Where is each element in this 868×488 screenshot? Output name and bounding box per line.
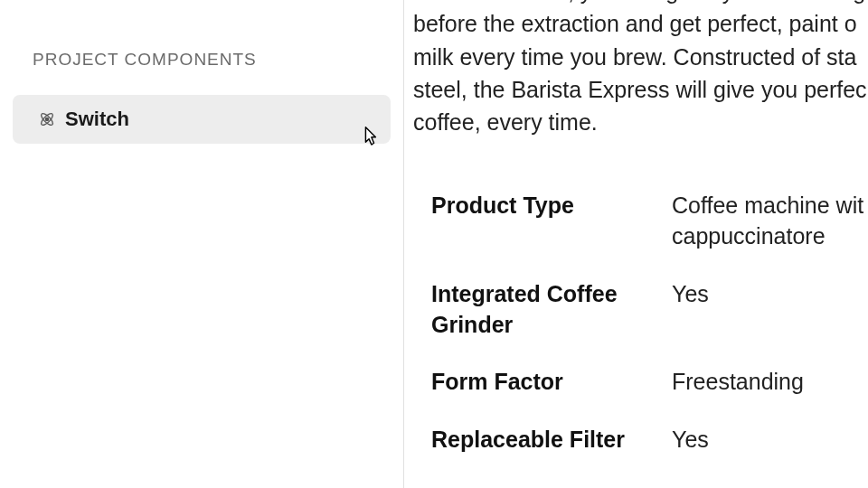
- spec-label: Product Type: [431, 191, 672, 221]
- description-line: steel, the Barista Express will give you…: [413, 73, 868, 106]
- sidebar: PROJECT COMPONENTS Switch: [0, 0, 404, 488]
- product-description: and milk frother, you can grind your bea…: [413, 0, 868, 138]
- description-line: coffee, every time.: [413, 106, 868, 138]
- sidebar-header: PROJECT COMPONENTS: [0, 50, 403, 70]
- atom-icon: [38, 110, 56, 128]
- spec-value: Coffee machine wit cappuccinatore: [672, 191, 868, 252]
- sidebar-item-switch[interactable]: Switch: [13, 95, 391, 144]
- spec-row: Integrated Coffee Grinder Yes: [431, 279, 868, 341]
- spec-value: Yes: [672, 279, 709, 310]
- spec-label: Coffee Type: [431, 483, 672, 488]
- description-line: and milk frother, you can grind your bea…: [413, 0, 868, 7]
- spec-label: Replaceable Filter: [431, 425, 672, 455]
- spec-value: Yes: [672, 425, 709, 455]
- main-content: and milk frother, you can grind your bea…: [404, 0, 868, 488]
- spec-row: Product Type Coffee machine wit cappucci…: [431, 191, 868, 252]
- spec-value: Freestanding: [672, 367, 804, 398]
- spec-label: Form Factor: [431, 367, 672, 398]
- spec-row: Form Factor Freestanding: [431, 367, 868, 398]
- spec-row: Coffee Type Ground coffee, cof: [431, 483, 868, 488]
- svg-point-0: [45, 117, 48, 120]
- spec-table: Product Type Coffee machine wit cappucci…: [413, 191, 868, 488]
- description-line: milk every time you brew. Constructed of…: [413, 41, 868, 73]
- spec-value: Ground coffee, cof: [672, 483, 857, 488]
- description-line: before the extraction and get perfect, p…: [413, 7, 868, 40]
- spec-row: Replaceable Filter Yes: [431, 425, 868, 455]
- sidebar-item-label: Switch: [65, 108, 129, 131]
- spec-label: Integrated Coffee Grinder: [431, 279, 672, 341]
